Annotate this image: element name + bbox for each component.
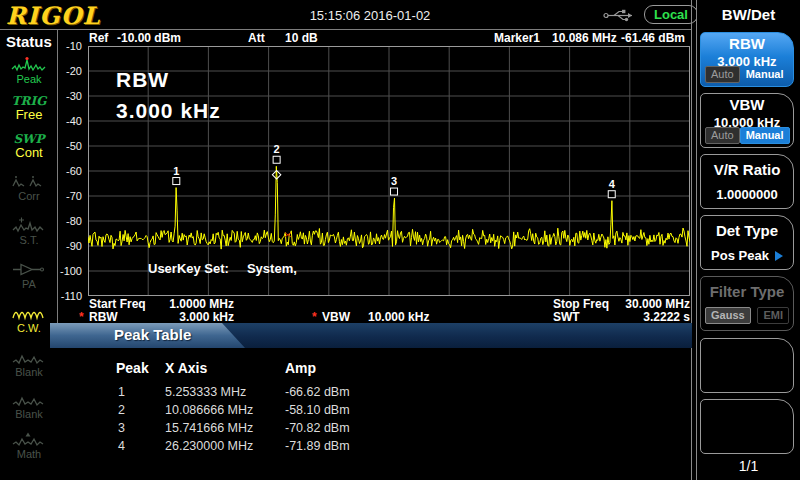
status-item-pa: PA — [2, 261, 56, 290]
status-item-trig: TRIG Free — [2, 95, 56, 122]
y-axis-labels: -10-20-30-40-50-60-70-80-90-100-110 — [54, 46, 85, 306]
spectrum-plot-svg: 1234 — [88, 46, 690, 296]
peak-table-row-3-num: 3 — [118, 421, 125, 435]
rbw-coupled-indicator: * — [79, 310, 84, 324]
y-axis-tick-label: -20 — [54, 65, 82, 77]
peak-marker-number: 3 — [391, 175, 397, 187]
peak-table-title: Peak Table — [114, 326, 191, 343]
analyzer-screen: RIGOL 15:15:06 2016-01-02 Local Status P… — [0, 0, 800, 480]
peak-table-row-4-amp: -71.89 dBm — [285, 439, 350, 453]
stop-freq-value: 30.000 MHz — [600, 297, 690, 311]
y-axis-tick-label: -30 — [54, 90, 82, 102]
softkey-rbw-toggle-row: Auto Manual — [701, 66, 793, 83]
status-item-label: S.T. — [2, 234, 56, 246]
peak-table-row-2-freq: 10.086666 MHz — [165, 403, 253, 417]
vbw-readout-value: 10.000 kHz — [368, 310, 429, 324]
status-item-value: Free — [2, 108, 56, 122]
peak-table-row-1-amp: -66.62 dBm — [285, 385, 350, 399]
status-item-value: Cont — [2, 146, 56, 160]
datetime-display: 15:15:06 2016-01-02 — [270, 8, 470, 23]
softkey-filter-toggle-row: Gauss EMI — [701, 307, 793, 324]
peak-marker-square — [391, 188, 398, 195]
peak-table-col-peak: Peak — [116, 360, 149, 376]
softkey-rbw-title: RBW — [701, 35, 793, 52]
peak-table-row-1-num: 1 — [118, 385, 125, 399]
status-item-cw: C.W. — [2, 305, 56, 334]
peak-marker-number: 1 — [173, 165, 179, 177]
peak-table-row-1-freq: 5.253333 MHz — [165, 385, 246, 399]
softkey-vr-ratio[interactable]: V/R Ratio 1.0000000 — [700, 154, 794, 209]
rbw-readout-label: RBW — [89, 310, 118, 324]
y-axis-tick-label: -90 — [54, 240, 82, 252]
ref-level-value: -10.00 dBm — [117, 31, 181, 45]
softkey-vbw[interactable]: VBW 10.000 kHz Auto Manual — [700, 93, 794, 148]
blank-waveform-icon — [11, 349, 47, 366]
status-item-label: Corr — [2, 190, 56, 202]
attenuation-value: 10 dB — [285, 31, 318, 45]
status-item-label: C.W. — [2, 322, 56, 334]
softkey-vbw-toggle-row: Auto Manual — [701, 127, 793, 144]
status-item-peak: Peak — [2, 56, 56, 85]
spectrum-plot-area: 1234 RBW 3.000 kHz UserKey Set:System, — [88, 46, 690, 296]
filter-emi-toggle: EMI — [757, 307, 789, 324]
swt-readout-value: 3.2222 s — [600, 310, 690, 324]
status-item-label: Blank — [2, 408, 56, 420]
peak-marker-number: 4 — [609, 178, 616, 190]
softkey-filter-type: Filter Type Gauss EMI — [700, 276, 794, 331]
vbw-auto-toggle[interactable]: Auto — [705, 127, 740, 144]
status-item-label: Blank — [2, 366, 56, 378]
softkey-det-type-value: Pos Peak — [701, 248, 793, 263]
softkey-vr-ratio-title: V/R Ratio — [701, 161, 793, 178]
y-axis-tick-label: -100 — [54, 265, 82, 277]
rbw-auto-toggle[interactable]: Auto — [705, 66, 740, 83]
start-freq-label: Start Freq — [89, 297, 146, 311]
attenuation-label: Att — [248, 31, 265, 45]
corr-waveform-icon — [11, 173, 47, 190]
status-item-blank-2: Blank — [2, 391, 56, 420]
softkey-rbw[interactable]: RBW 3.000 kHz Auto Manual — [700, 32, 794, 87]
vbw-coupled-indicator: * — [312, 310, 317, 324]
userkey-message-value: System, — [247, 261, 297, 276]
ref-level-label: Ref — [89, 31, 108, 45]
swt-readout-label: SWT — [553, 310, 580, 324]
status-item-math: Math — [2, 431, 56, 460]
rigol-logo: RIGOL — [6, 1, 100, 30]
vbw-manual-toggle[interactable]: Manual — [740, 127, 790, 144]
softkey-vbw-title: VBW — [701, 96, 793, 113]
peak-table-row-3-amp: -70.82 dBm — [285, 421, 350, 435]
marker1-frequency: 10.086 MHz — [552, 31, 617, 45]
peak-marker-square — [273, 156, 280, 163]
status-item-blank-1: Blank — [2, 349, 56, 378]
status-item-corr: Corr — [2, 173, 56, 202]
peak-table-row-4-freq: 26.230000 MHz — [165, 439, 253, 453]
marker1-amplitude: -61.46 dBm — [621, 31, 685, 45]
status-item-label: Math — [2, 448, 56, 460]
userkey-message-label: UserKey Set: — [148, 261, 229, 276]
peak-marker-square — [608, 191, 615, 198]
peak-table-row-4-num: 4 — [118, 439, 125, 453]
status-sidebar-title: Status — [6, 33, 52, 50]
status-item-label: PA — [2, 278, 56, 290]
rbw-overlay-value: 3.000 kHz — [116, 99, 221, 123]
y-axis-tick-label: -10 — [54, 40, 82, 52]
preamp-icon — [11, 261, 47, 278]
peak-table-row-2-amp: -58.10 dBm — [285, 403, 350, 417]
peak-table-band: Peak Table — [50, 323, 692, 348]
usb-icon — [603, 8, 639, 27]
blank-waveform-icon — [11, 391, 47, 408]
det-type-selected-value: Pos Peak — [711, 248, 769, 263]
peak-waveform-icon — [11, 56, 47, 73]
status-item-label: Peak — [2, 73, 56, 85]
userkey-message: UserKey Set:System, — [148, 261, 315, 276]
status-item-swp: SWP Cont — [2, 133, 56, 160]
peak-marker-number: 2 — [274, 143, 280, 155]
softkey-det-type[interactable]: Det Type Pos Peak — [700, 215, 794, 270]
peak-marker-square — [173, 178, 180, 185]
vbw-readout-label: VBW — [322, 310, 350, 324]
topbar-divider — [0, 29, 691, 30]
status-item-st: S.T. — [2, 217, 56, 246]
rbw-manual-toggle[interactable]: Manual — [740, 66, 790, 83]
peak-table-col-xaxis: X Axis — [165, 360, 207, 376]
cw-waveform-icon — [11, 305, 47, 322]
y-axis-tick-label: -80 — [54, 215, 82, 227]
